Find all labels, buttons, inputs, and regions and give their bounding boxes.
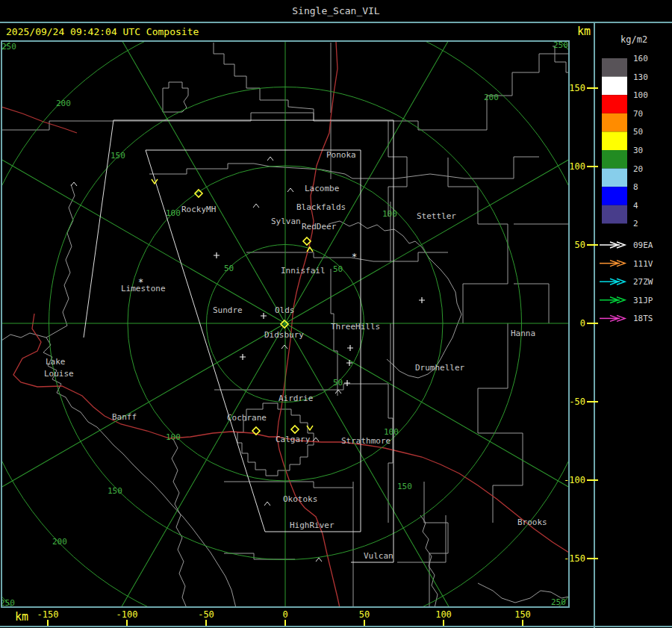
radar-id-label: 111V: [633, 259, 653, 269]
right-axis-unit-label: km: [577, 25, 591, 38]
county-boundary: [172, 439, 187, 608]
town-plus-marker: [419, 297, 425, 303]
town-caret-marker: [316, 558, 322, 562]
city-label: Vulcan: [364, 551, 393, 561]
legend-value-label: 70: [633, 109, 643, 119]
legend-swatch: [602, 187, 627, 205]
city-label: Stettler: [417, 211, 456, 221]
legend-swatch: [602, 114, 627, 132]
county-boundary: [329, 221, 461, 378]
legend-value-label: 130: [633, 72, 648, 82]
title-bar: Single_Scan_VIL: [0, 0, 672, 23]
city-label: Airdrie: [279, 394, 313, 403]
right-axis-tick-label: 150: [569, 83, 585, 93]
city-label: Drumheller: [415, 363, 465, 373]
bottom-axis-tick-label: -150: [37, 609, 59, 620]
city-label: Blackfalds: [296, 202, 346, 212]
right-axis-tick-label: 100: [569, 161, 585, 172]
legend-value-label: 2: [633, 219, 638, 228]
range-ring-label: 200: [484, 93, 499, 102]
county-boundary: [246, 252, 448, 261]
legend-unit-label: kg/m2: [620, 34, 647, 45]
right-axis-tick-label: 50: [575, 240, 585, 250]
bottom-axis-tick-label: 0: [282, 609, 287, 620]
legend-swatch: [602, 131, 627, 150]
town-plus-marker: [261, 313, 267, 319]
range-ring-label: 150: [108, 486, 122, 496]
city-label: Hanna: [511, 329, 535, 338]
range-ring: [0, 8, 600, 628]
county-boundary: [448, 158, 523, 523]
range-ring-label: 50: [224, 264, 234, 273]
bottom-axis-unit-label: km: [15, 610, 28, 624]
legend-swatch: [602, 77, 627, 96]
range-ring-label: 100: [382, 209, 397, 219]
scan-sector-outline: [84, 120, 393, 562]
legend-value-label: 4: [633, 201, 638, 211]
town-caret-marker: [281, 345, 287, 349]
range-ring-label: 50: [333, 378, 343, 388]
legend-value-label: 8: [633, 182, 638, 192]
legend-value-label: 50: [633, 127, 643, 137]
legend-swatch: [602, 150, 627, 169]
town-caret-marker: [253, 204, 259, 208]
radar-site-diamond: [291, 426, 299, 433]
radar-id-label: 18TS: [633, 314, 653, 323]
highway-road: [1, 107, 77, 133]
bottom-axis-tick-label: 150: [514, 609, 531, 620]
legend-swatch: [602, 95, 627, 114]
timestamp-label: 2025/09/24 09:42:04 UTC Composite: [6, 26, 199, 37]
town-caret-marker: [267, 157, 273, 161]
bottom-axis-tick-label: -100: [116, 609, 138, 620]
county-boundary: [163, 82, 188, 112]
town-caret-marker: [71, 182, 77, 186]
city-label: Sundre: [213, 305, 243, 315]
city-label: Strathmore: [341, 436, 391, 446]
town-caret-marker: [287, 188, 293, 192]
city-label: Cochrane: [227, 413, 267, 423]
range-ring-label: 50: [333, 264, 343, 274]
town-caret-marker: [264, 502, 270, 506]
city-label: Calgary: [276, 435, 311, 444]
city-label: Louise: [44, 369, 74, 379]
right-axis-tick-label: 0: [580, 318, 585, 329]
county-boundary: [553, 46, 569, 72]
range-ring-label: 150: [397, 482, 412, 491]
bottom-axis-tick-label: 100: [435, 609, 452, 620]
town-plus-marker: [346, 360, 352, 366]
county-boundary: [224, 482, 448, 608]
legend-value-label: 160: [633, 54, 648, 63]
city-label: Olds: [275, 305, 295, 315]
right-axis-tick-label: -50: [569, 397, 585, 407]
city-label: RockyMH: [181, 205, 216, 214]
county-boundary: [388, 121, 407, 217]
legend-value-label: 30: [633, 146, 643, 155]
radar-id-label: 31JP: [633, 296, 653, 305]
range-ring: [0, 0, 672, 628]
city-label: Ponoka: [326, 150, 356, 160]
range-ring-label: 200: [56, 99, 71, 108]
range-ring-label: 250: [551, 597, 566, 607]
town-caret-marker: [335, 390, 341, 394]
radar-app-window: { "window": { "title": "Single_Scan_VIL"…: [0, 0, 672, 628]
window-title: Single_Scan_VIL: [292, 5, 379, 16]
right-axis-tick-label: -150: [564, 553, 585, 564]
radar-id-label: 27ZW: [633, 277, 653, 287]
county-boundary: [214, 43, 314, 121]
legend-value-label: 100: [633, 90, 648, 100]
county-boundary: [43, 184, 236, 608]
city-label: Lacombe: [305, 184, 339, 193]
city-label: RedDeer: [302, 222, 337, 231]
right-axis-tick-label: -100: [564, 475, 585, 485]
town-plus-marker: [240, 354, 246, 360]
city-label: Banff: [112, 412, 137, 422]
city-label: Innisfail: [281, 266, 326, 276]
range-ring-label: 100: [166, 432, 181, 442]
county-boundary: [397, 515, 446, 608]
city-label: ThreeHills: [331, 322, 380, 332]
legend-value-label: 20: [633, 164, 643, 174]
legend-swatch: [602, 169, 627, 187]
radar-map-canvas[interactable]: 2502001501005050100200250501001502501001…: [0, 0, 672, 628]
town-plus-marker: [347, 345, 353, 351]
range-ring-label: 200: [52, 537, 67, 547]
